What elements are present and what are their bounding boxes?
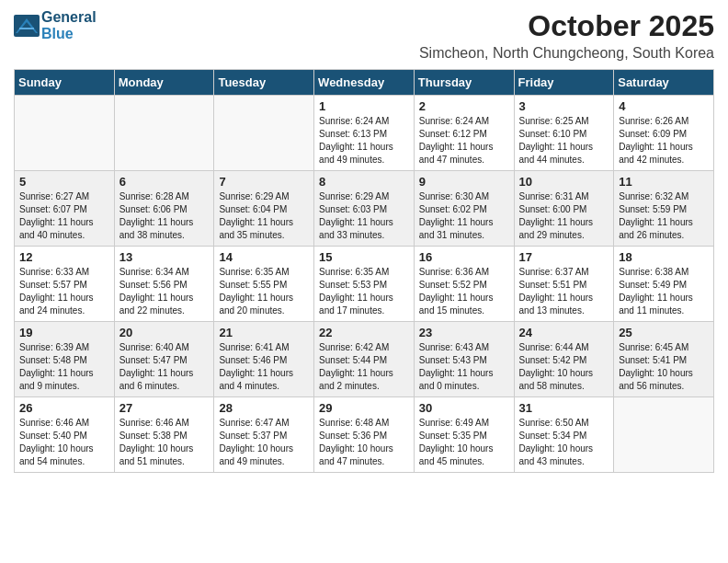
calendar-cell: 20Sunrise: 6:40 AM Sunset: 5:47 PM Dayli… <box>114 322 214 397</box>
cell-daylight-info: Sunrise: 6:42 AM Sunset: 5:44 PM Dayligh… <box>319 341 409 393</box>
weekday-header-row: SundayMondayTuesdayWednesdayThursdayFrid… <box>15 70 714 96</box>
weekday-header-wednesday: Wednesday <box>314 70 415 96</box>
calendar-cell: 16Sunrise: 6:36 AM Sunset: 5:52 PM Dayli… <box>414 247 514 322</box>
day-number: 5 <box>19 175 109 189</box>
day-number: 30 <box>419 401 509 415</box>
day-number: 26 <box>19 401 109 415</box>
cell-daylight-info: Sunrise: 6:26 AM Sunset: 6:09 PM Dayligh… <box>619 115 709 167</box>
calendar-cell <box>614 397 714 473</box>
day-number: 29 <box>319 401 409 415</box>
day-number: 14 <box>219 250 309 264</box>
calendar-week-row: 26Sunrise: 6:46 AM Sunset: 5:40 PM Dayli… <box>15 397 714 473</box>
calendar-cell: 17Sunrise: 6:37 AM Sunset: 5:51 PM Dayli… <box>514 247 614 322</box>
day-number: 25 <box>619 326 709 339</box>
calendar-cell: 15Sunrise: 6:35 AM Sunset: 5:53 PM Dayli… <box>314 247 415 322</box>
cell-daylight-info: Sunrise: 6:37 AM Sunset: 5:51 PM Dayligh… <box>519 266 609 317</box>
calendar-cell: 19Sunrise: 6:39 AM Sunset: 5:48 PM Dayli… <box>15 322 115 397</box>
day-number: 12 <box>19 250 109 264</box>
day-number: 9 <box>419 175 509 189</box>
cell-daylight-info: Sunrise: 6:36 AM Sunset: 5:52 PM Dayligh… <box>419 266 509 317</box>
logo-text: General Blue <box>41 9 97 41</box>
calendar-cell: 21Sunrise: 6:41 AM Sunset: 5:46 PM Dayli… <box>214 322 314 397</box>
day-number: 27 <box>119 401 210 415</box>
cell-daylight-info: Sunrise: 6:46 AM Sunset: 5:40 PM Dayligh… <box>19 417 109 468</box>
cell-daylight-info: Sunrise: 6:24 AM Sunset: 6:12 PM Dayligh… <box>419 115 509 167</box>
cell-daylight-info: Sunrise: 6:50 AM Sunset: 5:34 PM Dayligh… <box>519 417 609 468</box>
calendar-week-row: 1Sunrise: 6:24 AM Sunset: 6:13 PM Daylig… <box>15 96 714 171</box>
day-number: 21 <box>219 326 309 339</box>
cell-daylight-info: Sunrise: 6:48 AM Sunset: 5:36 PM Dayligh… <box>319 417 409 468</box>
calendar-cell: 2Sunrise: 6:24 AM Sunset: 6:12 PM Daylig… <box>414 96 514 171</box>
cell-daylight-info: Sunrise: 6:49 AM Sunset: 5:35 PM Dayligh… <box>419 417 509 468</box>
month-title: October 2025 <box>419 9 714 43</box>
day-number: 10 <box>519 175 609 189</box>
day-number: 17 <box>519 250 609 264</box>
weekday-header-tuesday: Tuesday <box>214 70 314 96</box>
weekday-header-saturday: Saturday <box>614 70 714 96</box>
day-number: 31 <box>519 401 609 415</box>
day-number: 16 <box>419 250 509 264</box>
calendar-cell: 26Sunrise: 6:46 AM Sunset: 5:40 PM Dayli… <box>15 397 115 473</box>
day-number: 8 <box>319 175 409 189</box>
cell-daylight-info: Sunrise: 6:45 AM Sunset: 5:41 PM Dayligh… <box>619 341 709 393</box>
day-number: 7 <box>219 175 309 189</box>
title-block: October 2025 Simcheon, North Chungcheong… <box>419 9 714 62</box>
cell-daylight-info: Sunrise: 6:41 AM Sunset: 5:46 PM Dayligh… <box>219 341 309 393</box>
cell-daylight-info: Sunrise: 6:44 AM Sunset: 5:42 PM Dayligh… <box>519 341 609 393</box>
calendar-cell: 25Sunrise: 6:45 AM Sunset: 5:41 PM Dayli… <box>614 322 714 397</box>
page-header: General Blue October 2025 Simcheon, Nort… <box>14 9 714 62</box>
calendar-cell: 28Sunrise: 6:47 AM Sunset: 5:37 PM Dayli… <box>214 397 314 473</box>
calendar-cell: 24Sunrise: 6:44 AM Sunset: 5:42 PM Dayli… <box>514 322 614 397</box>
weekday-header-monday: Monday <box>114 70 214 96</box>
cell-daylight-info: Sunrise: 6:24 AM Sunset: 6:13 PM Dayligh… <box>319 115 409 167</box>
cell-daylight-info: Sunrise: 6:28 AM Sunset: 6:06 PM Dayligh… <box>119 190 210 242</box>
calendar-cell <box>114 96 214 171</box>
weekday-header-friday: Friday <box>514 70 614 96</box>
day-number: 18 <box>619 250 709 264</box>
cell-daylight-info: Sunrise: 6:39 AM Sunset: 5:48 PM Dayligh… <box>19 341 109 393</box>
calendar-cell: 12Sunrise: 6:33 AM Sunset: 5:57 PM Dayli… <box>15 247 115 322</box>
cell-daylight-info: Sunrise: 6:32 AM Sunset: 5:59 PM Dayligh… <box>619 190 709 242</box>
weekday-header-sunday: Sunday <box>15 70 115 96</box>
day-number: 4 <box>619 99 709 113</box>
day-number: 11 <box>619 175 709 189</box>
calendar-cell: 30Sunrise: 6:49 AM Sunset: 5:35 PM Dayli… <box>414 397 514 473</box>
calendar-cell <box>15 96 115 171</box>
cell-daylight-info: Sunrise: 6:25 AM Sunset: 6:10 PM Dayligh… <box>519 115 609 167</box>
logo-icon <box>14 15 40 37</box>
calendar-cell: 3Sunrise: 6:25 AM Sunset: 6:10 PM Daylig… <box>514 96 614 171</box>
weekday-header-thursday: Thursday <box>414 70 514 96</box>
day-number: 3 <box>519 99 609 113</box>
calendar-cell: 13Sunrise: 6:34 AM Sunset: 5:56 PM Dayli… <box>114 247 214 322</box>
day-number: 20 <box>119 326 210 339</box>
calendar-cell: 18Sunrise: 6:38 AM Sunset: 5:49 PM Dayli… <box>614 247 714 322</box>
calendar-cell: 7Sunrise: 6:29 AM Sunset: 6:04 PM Daylig… <box>214 171 314 247</box>
calendar-cell: 31Sunrise: 6:50 AM Sunset: 5:34 PM Dayli… <box>514 397 614 473</box>
cell-daylight-info: Sunrise: 6:27 AM Sunset: 6:07 PM Dayligh… <box>19 190 109 242</box>
svg-rect-3 <box>19 28 34 29</box>
cell-daylight-info: Sunrise: 6:29 AM Sunset: 6:04 PM Dayligh… <box>219 190 309 242</box>
calendar-table: SundayMondayTuesdayWednesdayThursdayFrid… <box>14 69 714 473</box>
cell-daylight-info: Sunrise: 6:30 AM Sunset: 6:02 PM Dayligh… <box>419 190 509 242</box>
calendar-cell: 4Sunrise: 6:26 AM Sunset: 6:09 PM Daylig… <box>614 96 714 171</box>
calendar-cell: 27Sunrise: 6:46 AM Sunset: 5:38 PM Dayli… <box>114 397 214 473</box>
logo: General Blue <box>14 9 97 41</box>
day-number: 24 <box>519 326 609 339</box>
day-number: 6 <box>119 175 210 189</box>
calendar-cell: 1Sunrise: 6:24 AM Sunset: 6:13 PM Daylig… <box>314 96 415 171</box>
cell-daylight-info: Sunrise: 6:29 AM Sunset: 6:03 PM Dayligh… <box>319 190 409 242</box>
calendar-cell: 8Sunrise: 6:29 AM Sunset: 6:03 PM Daylig… <box>314 171 415 247</box>
cell-daylight-info: Sunrise: 6:34 AM Sunset: 5:56 PM Dayligh… <box>119 266 210 317</box>
calendar-week-row: 19Sunrise: 6:39 AM Sunset: 5:48 PM Dayli… <box>15 322 714 397</box>
day-number: 19 <box>19 326 109 339</box>
cell-daylight-info: Sunrise: 6:31 AM Sunset: 6:00 PM Dayligh… <box>519 190 609 242</box>
cell-daylight-info: Sunrise: 6:47 AM Sunset: 5:37 PM Dayligh… <box>219 417 309 468</box>
calendar-cell: 10Sunrise: 6:31 AM Sunset: 6:00 PM Dayli… <box>514 171 614 247</box>
day-number: 28 <box>219 401 309 415</box>
calendar-week-row: 12Sunrise: 6:33 AM Sunset: 5:57 PM Dayli… <box>15 247 714 322</box>
day-number: 23 <box>419 326 509 339</box>
calendar-cell: 6Sunrise: 6:28 AM Sunset: 6:06 PM Daylig… <box>114 171 214 247</box>
day-number: 15 <box>319 250 409 264</box>
calendar-cell: 29Sunrise: 6:48 AM Sunset: 5:36 PM Dayli… <box>314 397 415 473</box>
calendar-cell: 9Sunrise: 6:30 AM Sunset: 6:02 PM Daylig… <box>414 171 514 247</box>
